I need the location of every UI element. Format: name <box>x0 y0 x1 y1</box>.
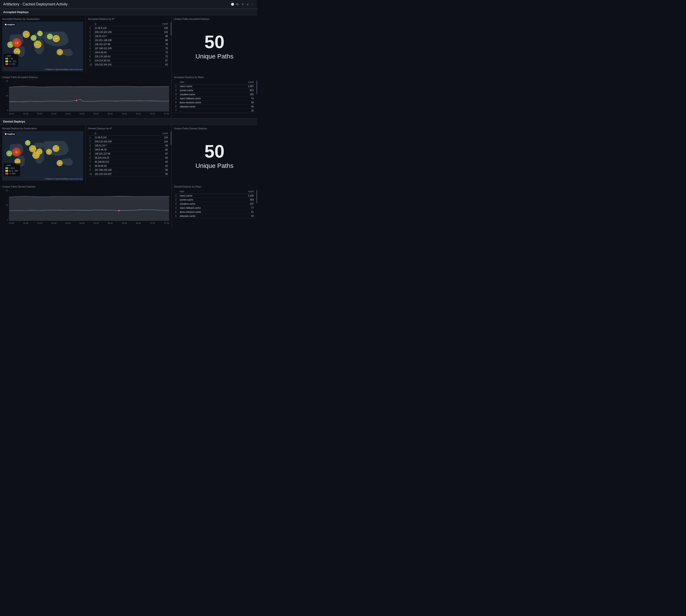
accepted-geo-title: Accepted Deploys by Geolocation <box>2 18 83 20</box>
repo-col-header: repo <box>178 80 235 84</box>
count-col-header: count <box>147 22 169 26</box>
denied-section-label: Denied Deploys <box>0 118 257 125</box>
denied-ip-table: ip count 111.95.8.1421242209.118.103.150… <box>88 131 169 176</box>
bubble-53a: 53 <box>31 35 37 41</box>
ip-col-header: ip <box>93 22 147 26</box>
denied-geo-panel: Denied Deploys by Geolocation 32 1k 61 3… <box>0 125 86 183</box>
accepted-row2: Unique Paths Accepted Deploys 40 20 0 <box>0 73 257 118</box>
menu-control[interactable]: ⋮ <box>251 3 254 6</box>
table-row: 7149.5.95.4073 <box>88 50 169 54</box>
accepted-unique-panel: Unique Paths Accepted Deploys 50 Unique … <box>172 15 257 73</box>
table-row: 1repo1-cache1,108 <box>174 194 255 198</box>
accepted-repo-table: repo count 1repo1-cache1,0972jcenter-cac… <box>174 80 255 113</box>
table-row: 4repo1-fallback-cache74 <box>174 96 255 101</box>
bubble-32d: 32 <box>6 151 12 156</box>
clock-icon: 🕐 <box>231 3 234 6</box>
table-row: 3135.51.24.798 <box>88 34 169 38</box>
table-row: 5jboss-releases-cache59 <box>174 101 255 105</box>
denied-repo-scrollbar[interactable] <box>256 190 257 203</box>
accepted-ip-table: ip count 111.95.8.1421492209.118.103.150… <box>88 22 169 67</box>
denied-scrollbar[interactable] <box>171 132 172 145</box>
scrollbar[interactable] <box>171 22 172 36</box>
accepted-ip-panel: Accepted Deploys by IP ip count 111.95.8… <box>86 15 171 73</box>
accepted-section-label: Accepted Deploys <box>0 9 257 15</box>
table-row: 6atlassian-cache46 <box>174 105 255 109</box>
denied-unique-title: Unique Paths Denied Deploys <box>174 127 255 130</box>
accepted-ip-title: Accepted Deploys by IP <box>88 18 169 20</box>
denied-ip-panel: Denied Deploys by IP ip count 111.95.8.1… <box>86 125 171 183</box>
accepted-unique-title: Unique Paths Accepted Deploys <box>174 18 255 20</box>
table-row: 2jcenter-cache823 <box>174 88 255 92</box>
denied-xaxis: 02:0002:3003:0003:3004:0004:3005:0005:30… <box>9 221 169 225</box>
table-row: 6107.198.121.24376 <box>88 46 169 50</box>
table-row: 3cloudera-cache237 <box>174 202 255 206</box>
accepted-unique-label: Unique Paths <box>195 53 233 60</box>
table-row: 10229.232.164.14263 <box>88 63 169 67</box>
denied-unique-display: 50 Unique Paths <box>174 131 255 181</box>
table-row: 838.34.60.2962 <box>88 164 169 168</box>
accepted-repo-title: Accepted Deploys by Repo <box>174 76 255 79</box>
denied-count-col-header: count <box>147 131 169 136</box>
denied-ip-title: Denied Deploys by IP <box>88 127 169 130</box>
denied-repo-title: Denied Deploys by Repo <box>174 185 255 188</box>
svg-point-7 <box>76 100 77 101</box>
denied-mapbox-logo: ⬟ mapbox <box>4 132 16 136</box>
bubble-260d: 260 <box>29 145 36 152</box>
denied-yaxis: 40 20 0 <box>2 189 9 221</box>
denied-ts-title: Unique Paths Denied Deploys <box>2 185 169 188</box>
accepted-map: 40 1.1k 104 298 53 37 401 40 306 55 ⬟ ma… <box>2 22 83 71</box>
denied-chart-svg <box>9 189 169 221</box>
table-row: 6atlassian-cache44 <box>174 214 255 218</box>
denied-unique-panel: Unique Paths Denied Deploys 50 Unique Pa… <box>172 125 257 183</box>
accepted-geo-panel: Accepted Deploys by Geolocation <box>0 15 86 73</box>
table-row: 4repo1-fallback-cache77 <box>174 206 255 210</box>
accepted-unique-number: 50 <box>204 33 224 51</box>
accepted-chart: 40 20 0 <box>2 80 169 116</box>
denied-map-legend: _count < 44.5 44.5 - 562 >= 563 <box>4 163 20 176</box>
bubble-1kd: 1k <box>12 148 21 157</box>
accepted-timeseries-panel: Unique Paths Accepted Deploys 40 20 0 <box>0 73 172 118</box>
table-row: 9167.208.229.19056 <box>88 168 169 172</box>
table-row: 745.108.80.21264 <box>88 160 169 164</box>
denied-timeseries-panel: Unique Paths Denied Deploys 40 20 0 <box>0 183 172 228</box>
filter-control[interactable]: ⊍ <box>247 3 249 6</box>
table-row: 9224.213.28.14167 <box>88 59 169 63</box>
refresh-control[interactable]: ↻ <box>242 3 244 6</box>
table-row: 3cloudera-cache235 <box>174 92 255 96</box>
denied-geo-title: Denied Deploys by Geolocation <box>2 127 83 130</box>
table-row: 111.95.8.142124 <box>88 136 169 140</box>
table-row: 638.220.164.2365 <box>88 156 169 160</box>
bubble-56d: 56 <box>57 160 63 166</box>
accepted-xaxis: 02:0002:3003:0003:3004:0004:3005:0005:30… <box>9 111 169 116</box>
table-row: 2209.118.103.150114 <box>88 140 169 144</box>
table-row: 7...25 <box>174 109 255 113</box>
repo-scrollbar[interactable] <box>256 80 257 94</box>
table-row: 5138.101.227.9667 <box>88 152 169 156</box>
table-row: 10101.215.144.20755 <box>88 172 169 176</box>
table-row: 4149.5.95.4082 <box>88 148 169 152</box>
accepted-repo-panel: Accepted Deploys by Repo repo count 1rep… <box>172 73 257 118</box>
accepted-chart-area <box>9 80 169 111</box>
time-control[interactable]: 🕐 -6h <box>231 3 239 6</box>
denied-repo-count-header: count <box>235 189 255 194</box>
denied-chart-area <box>9 189 169 221</box>
bubble-401a: 401 <box>34 41 42 48</box>
map-legend: _count < 45 45 - 571 >= 572 <box>4 54 18 67</box>
table-row: 2jcenter-cache559 <box>174 198 255 202</box>
denied-row1: Denied Deploys by Geolocation 32 1k 61 3… <box>0 125 257 183</box>
svg-point-15 <box>118 210 119 212</box>
bubble-306a: 306 <box>52 35 60 42</box>
denied-unique-number: 50 <box>204 142 224 160</box>
accepted-row1: Accepted Deploys by Geolocation <box>0 15 257 73</box>
denied-repo-table: repo count 1repo1-cache1,1082jcenter-cac… <box>174 189 255 218</box>
table-row: 4152.201.108.19888 <box>88 38 169 42</box>
accepted-chart-svg <box>9 80 169 111</box>
bubble-37a: 37 <box>37 31 43 36</box>
header-controls: 🕐 -6h ↻ ⊍ ⋮ <box>231 3 254 6</box>
table-row: 3135.51.24.799 <box>88 144 169 148</box>
repo-count-header: count <box>235 80 255 84</box>
accepted-yaxis: 40 20 0 <box>2 80 9 111</box>
time-range[interactable]: -6h <box>235 3 239 6</box>
table-row: 8225.176.163.6372 <box>88 54 169 59</box>
denied-repo-panel: Denied Deploys by Repo repo count 1repo1… <box>172 183 257 228</box>
